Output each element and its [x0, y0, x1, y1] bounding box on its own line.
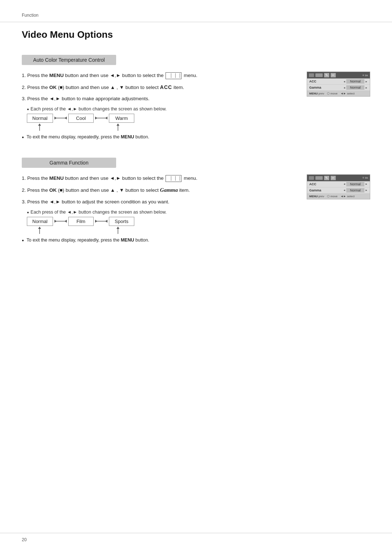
acc-option-normal: Normal	[27, 114, 53, 123]
double-arrow-2	[94, 115, 108, 121]
preview-tri-right-acc-2: ►	[365, 183, 368, 185]
double-arrow-1	[54, 115, 68, 121]
gamma-up-arrows	[27, 226, 296, 234]
section-acc-text: 1. Press the MENU button and then use ◄,…	[22, 72, 307, 139]
section-acc-body: 1. Press the MENU button and then use ◄,…	[22, 72, 370, 139]
menu-bold-1: MENU	[49, 73, 64, 78]
acc-step2: 2. Press the OK (■) button and then use …	[22, 83, 296, 92]
preview-bottom-2: MENU prev ⬡ move ◄► select	[307, 194, 370, 199]
up-arrow-left	[36, 123, 43, 131]
preview-topbar-right: ≡ bk	[363, 74, 368, 77]
bottom-border	[0, 533, 392, 533]
svg-marker-2	[65, 117, 67, 119]
svg-marker-14	[95, 220, 97, 223]
preview-menu-label: MENU prev	[309, 92, 324, 95]
menu-icon-2: ⎹⎹⎹	[166, 175, 181, 182]
preview-row-acc-1: ACC ◄ Normal ►	[307, 78, 370, 85]
svg-marker-12	[65, 220, 67, 223]
preview-icon-pencil2: ✂	[331, 73, 336, 77]
page-title: Video Menu Options	[22, 29, 370, 40]
acc-option-cool: Cool	[68, 114, 94, 123]
preview-topbar-right-2: ≡ bk	[363, 176, 368, 179]
section-gamma-header: Gamma Function	[22, 158, 116, 168]
menu-bold-2: MENU	[49, 175, 64, 181]
preview-row-gamma-1: Gamma ◄ Normal ►	[307, 85, 370, 91]
preview-icon-1	[309, 73, 314, 77]
preview-val-gamma: Normal	[346, 85, 364, 90]
acc-step3: 3. Press the ◄,► button to make appropri…	[22, 95, 296, 103]
preview-icon-3	[309, 176, 314, 180]
acc-up-arrows	[27, 123, 296, 131]
acc-option-warm: Warm	[109, 114, 134, 123]
preview-tri-right-gamma: ►	[365, 86, 368, 89]
up-arrow-right-2	[115, 226, 121, 234]
menu-icon-1: ⎹⎹⎹	[166, 72, 181, 79]
preview-tri-left-gamma-2: ◄	[343, 189, 346, 191]
ok-bold-2: OK	[49, 187, 57, 193]
acc-cycle: Normal Cool	[27, 114, 296, 131]
preview-label-gamma: Gamma	[309, 86, 321, 89]
section-gamma-text: 1. Press the MENU button and then use ◄,…	[22, 174, 307, 243]
preview-select-label: ◄► select	[340, 92, 355, 95]
ok-bold-1: OK	[49, 85, 57, 90]
page-number: 20	[22, 537, 26, 542]
gamma-cycle: Normal Film	[27, 217, 296, 234]
preview-topbar-2: ✎ ✂ ≡ bk	[307, 175, 370, 181]
preview-value-gamma-2: ◄ Normal ►	[343, 188, 368, 193]
preview-topbar-1: ✎ ✂ ≡ bk	[307, 72, 370, 78]
preview-icon-pencil3: ✎	[324, 176, 329, 180]
svg-marker-1	[54, 117, 57, 119]
acc-item-bold: ACC	[160, 84, 172, 90]
preview-row-acc-2: ACC ◄ Normal ►	[307, 181, 370, 187]
gamma-exit-note: To exit the menu display, repeatedly, pr…	[22, 238, 296, 243]
preview-select-label-2: ◄► select	[340, 195, 355, 198]
section-gamma-body: 1. Press the MENU button and then use ◄,…	[22, 174, 370, 243]
preview-tri-right-gamma-2: ►	[365, 189, 368, 191]
svg-marker-9	[117, 123, 119, 126]
acc-note1: Each press of the ◄,► button changes the…	[27, 106, 296, 112]
svg-marker-5	[105, 117, 107, 119]
preview-tri-left-gamma: ◄	[343, 86, 346, 89]
gamma-screen-preview: ✎ ✂ ≡ bk ACC ◄ Normal ► Gamma ◄	[307, 174, 370, 199]
preview-move-label: ⬡ move	[327, 92, 338, 95]
gamma-option-sports: Sports	[109, 217, 134, 226]
gamma-cycle-row: Normal Film	[27, 217, 296, 226]
acc-exit-note: To exit the menu display, repeatedly, pr…	[22, 134, 296, 139]
section-acc-header: Auto Color Temperature Control	[22, 55, 116, 65]
breadcrumb: Function	[22, 13, 38, 18]
svg-marker-19	[117, 227, 119, 229]
top-border	[0, 22, 392, 22]
preview-icon-4	[315, 176, 323, 180]
preview-value-acc-2: ◄ Normal ►	[343, 182, 368, 186]
svg-marker-17	[38, 227, 41, 229]
preview-icon-pencil: ✎	[324, 73, 329, 77]
preview-label-acc-2: ACC	[309, 182, 317, 186]
gamma-note1: Each press of the ◄,► button changes the…	[27, 210, 296, 215]
acc-step1: 1. Press the MENU button and then use ◄,…	[22, 72, 296, 80]
menu-bold-exit2: MENU	[121, 238, 134, 243]
up-arrow-left-2	[36, 226, 43, 234]
menu-bold-exit1: MENU	[121, 134, 134, 139]
preview-icon-2	[315, 73, 323, 77]
gamma-step2: 2. Press the OK (■) button and then use …	[22, 186, 296, 194]
up-arrow-right	[115, 123, 121, 131]
preview-label-acc: ACC	[309, 80, 317, 83]
svg-marker-15	[105, 220, 107, 223]
preview-value-acc: ◄ Normal ►	[343, 79, 368, 84]
gamma-step3: 3. Press the ◄,► button to adjust the sc…	[22, 198, 296, 206]
preview-val-acc: Normal	[346, 79, 364, 84]
gamma-step1: 1. Press the MENU button and then use ◄,…	[22, 174, 296, 182]
svg-marker-7	[38, 123, 41, 126]
gamma-option-film: Film	[68, 217, 94, 226]
acc-cycle-row: Normal Cool	[27, 114, 296, 123]
preview-val-acc-2: Normal	[346, 182, 364, 186]
gamma-option-normal: Normal	[27, 217, 53, 226]
preview-bottom-1: MENU prev ⬡ move ◄► select	[307, 91, 370, 96]
section-acc: Auto Color Temperature Control 1. Press …	[22, 55, 370, 139]
preview-val-gamma-2: Normal	[346, 188, 364, 193]
preview-label-gamma-2: Gamma	[309, 189, 321, 192]
section-gamma: Gamma Function 1. Press the MENU button …	[22, 158, 370, 243]
preview-value-gamma: ◄ Normal ►	[343, 85, 368, 90]
preview-menu-label-2: MENU prev	[309, 195, 324, 198]
acc-screen-preview: ✎ ✂ ≡ bk ACC ◄ Normal ► Gamma ◄	[307, 72, 370, 97]
